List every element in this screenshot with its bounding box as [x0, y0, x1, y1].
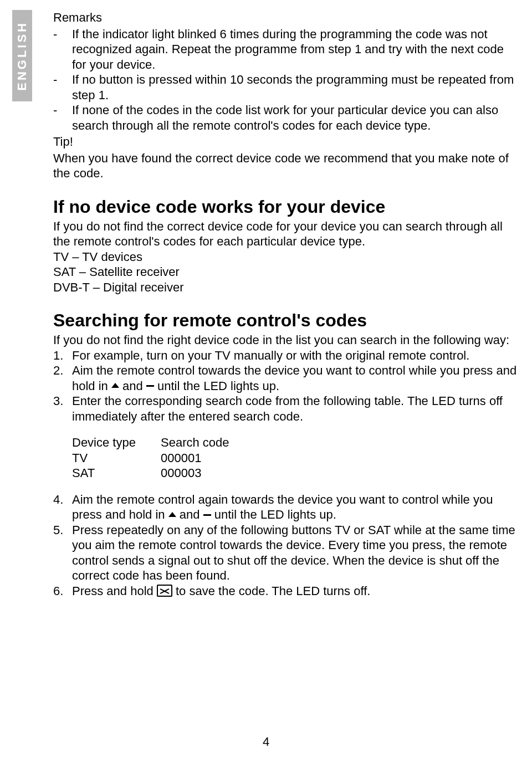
step-item: 3. Enter the corresponding search code f…: [53, 393, 519, 424]
step-text-part: until the LED lights up.: [211, 508, 336, 521]
table-row: SAT 000003: [72, 465, 519, 481]
up-arrow-icon: [168, 512, 176, 517]
step-text: Press repeatedly on any of the following…: [72, 523, 519, 583]
device-line: DVB-T – Digital receiver: [53, 280, 519, 295]
table-row: TV 000001: [72, 450, 519, 466]
step-text-part: and: [176, 508, 203, 521]
minus-icon: [146, 385, 154, 387]
tip-label: Tip!: [53, 134, 519, 150]
table-cell: 000001: [161, 450, 201, 466]
remarks-item: - If no button is pressed within 10 seco…: [53, 72, 519, 103]
step-text: For example, turn on your TV manually or…: [72, 348, 519, 363]
table-header: Search code: [161, 435, 229, 450]
table-header: Device type: [72, 435, 161, 450]
language-tab-label: ENGLISH: [15, 21, 29, 91]
bullet-dash: -: [53, 72, 72, 103]
remarks-item: - If none of the codes in the code list …: [53, 103, 519, 133]
minus-icon: [203, 514, 211, 516]
remarks-item-text: If none of the codes in the code list wo…: [72, 103, 519, 133]
step-number: 3.: [53, 393, 72, 424]
step-text: Press and hold to save the code. The LED…: [72, 583, 519, 599]
step-number: 6.: [53, 583, 72, 599]
up-arrow-icon: [111, 383, 119, 388]
remarks-item-text: If the indicator light blinked 6 times d…: [72, 27, 519, 73]
table-cell: SAT: [72, 465, 161, 481]
bullet-dash: -: [53, 103, 72, 133]
step-text-part: until the LED lights up.: [154, 379, 279, 393]
step-item: 2. Aim the remote control towards the de…: [53, 363, 519, 393]
step-text-part: Press and hold: [72, 584, 157, 598]
table-cell: 000003: [161, 465, 201, 481]
step-item: 6. Press and hold to save the code. The …: [53, 583, 519, 599]
step-number: 2.: [53, 363, 72, 393]
section-heading: If no device code works for your device: [53, 196, 519, 218]
device-line: TV – TV devices: [53, 249, 519, 265]
mute-icon: [157, 585, 172, 597]
section-intro: If you do not find the correct device co…: [53, 219, 519, 249]
tip-text: When you have found the correct device c…: [53, 151, 519, 181]
step-item: 5. Press repeatedly on any of the follow…: [53, 523, 519, 583]
page-content: Remarks - If the indicator light blinked…: [53, 10, 519, 598]
page-number: 4: [0, 735, 532, 749]
step-text: Aim the remote control towards the devic…: [72, 363, 519, 393]
step-item: 4. Aim the remote control again towards …: [53, 492, 519, 523]
device-line: SAT – Satellite receiver: [53, 264, 519, 280]
step-number: 1.: [53, 348, 72, 363]
section-intro: If you do not find the right device code…: [53, 332, 519, 348]
remarks-item-text: If no button is pressed within 10 second…: [72, 72, 519, 103]
step-text: Enter the corresponding search code from…: [72, 393, 519, 424]
bullet-dash: -: [53, 27, 72, 73]
table-cell: TV: [72, 450, 161, 466]
remarks-title: Remarks: [53, 10, 519, 25]
step-text-part: to save the code. The LED turns off.: [172, 584, 371, 598]
remarks-item: - If the indicator light blinked 6 times…: [53, 27, 519, 73]
step-number: 4.: [53, 492, 72, 523]
step-number: 5.: [53, 523, 72, 583]
table-header-row: Device type Search code: [72, 435, 519, 450]
step-text: Aim the remote control again towards the…: [72, 492, 519, 523]
language-tab: ENGLISH: [12, 10, 32, 101]
step-item: 1. For example, turn on your TV manually…: [53, 348, 519, 363]
step-text-part: and: [119, 379, 146, 393]
search-code-table: Device type Search code TV 000001 SAT 00…: [72, 435, 519, 481]
section-heading: Searching for remote control's codes: [53, 309, 519, 331]
